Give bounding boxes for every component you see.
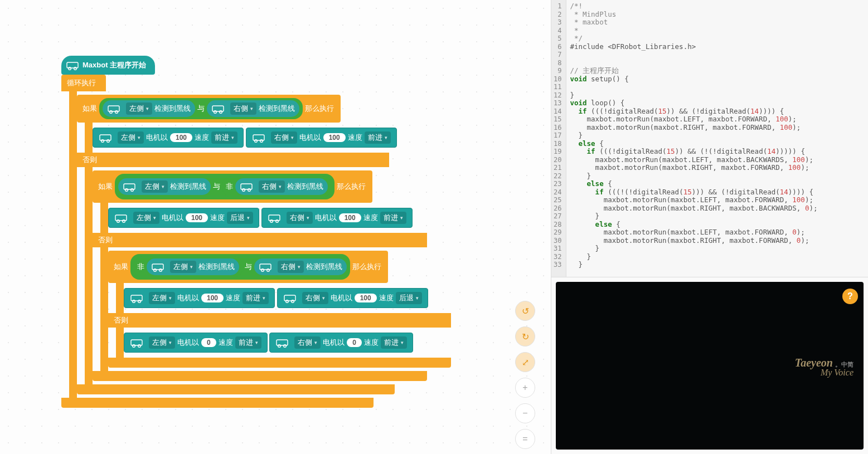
bot-icon xyxy=(107,104,120,114)
loop-label: 循环执行 xyxy=(61,75,106,91)
bool-and-3[interactable]: 非 左侧检测到黑线 与 右侧检测到黑线 xyxy=(130,254,350,280)
side-dd[interactable]: 右侧 xyxy=(259,180,285,193)
svg-rect-3 xyxy=(108,106,119,111)
dir-dd[interactable]: 前进 xyxy=(235,336,261,349)
motor-side-dd[interactable]: 右侧 xyxy=(271,131,297,144)
svg-rect-6 xyxy=(212,106,224,111)
speed-input[interactable]: 0 xyxy=(201,338,216,347)
motor-block[interactable]: 右侧电机以100速度前进 xyxy=(261,208,413,228)
else-label-3: 否则 xyxy=(108,313,451,328)
side-dd[interactable]: 左侧 xyxy=(142,180,168,193)
loop-end xyxy=(61,398,374,408)
bot-icon xyxy=(283,293,297,303)
motor-side-dd[interactable]: 右侧 xyxy=(294,336,321,349)
speed-input[interactable]: 100 xyxy=(201,294,224,302)
svg-rect-36 xyxy=(284,295,295,301)
if3-end xyxy=(108,358,451,368)
crop-button[interactable]: ⤢ xyxy=(515,352,535,372)
dir-dd[interactable]: 前进 xyxy=(380,212,406,224)
speed-input[interactable]: 100 xyxy=(186,213,208,222)
undo-button[interactable]: ↺ xyxy=(515,301,535,321)
code-gutter: 1234567891011121314151617181920212223242… xyxy=(551,0,566,277)
watermark: Taeyeon。中简 My Voice xyxy=(795,357,854,377)
bot-icon xyxy=(259,262,272,272)
sensor-right-2[interactable]: 右侧检测到黑线 xyxy=(235,178,328,195)
bot-icon xyxy=(240,182,253,192)
if-block-2[interactable]: 如果 左侧检测到黑线 与 非 右侧检测到黑线 那么执行 xyxy=(93,170,372,203)
dir-dd[interactable]: 前进 xyxy=(381,336,407,349)
bool-not-3[interactable]: 非 左侧检测到黑线 xyxy=(134,256,243,277)
forever-loop[interactable]: 循环执行 如果 左侧检测到黑线 与 右侧检测到黑线 那么执行 左侧电机以100速… xyxy=(61,75,451,408)
motor-block[interactable]: 左侧电机以100速度前进 xyxy=(93,128,244,148)
else-label-1: 否则 xyxy=(77,153,389,167)
svg-rect-12 xyxy=(253,135,264,140)
speed-input[interactable]: 100 xyxy=(170,133,192,142)
zoom-out-button[interactable]: − xyxy=(515,403,535,423)
motor-side-dd[interactable]: 左侧 xyxy=(133,212,159,224)
motor-block[interactable]: 左侧电机以0速度前进 xyxy=(124,333,268,353)
speed-input[interactable]: 100 xyxy=(323,133,346,142)
bot-icon xyxy=(252,133,265,143)
bot-icon xyxy=(130,338,143,348)
if-block-3[interactable]: 如果 非 左侧检测到黑线 与 右侧检测到黑线 那么执行 xyxy=(108,251,388,283)
dir-dd[interactable]: 后退 xyxy=(396,292,422,304)
sensor-left-1[interactable]: 左侧检测到黑线 xyxy=(103,100,195,117)
side-dd[interactable]: 左侧 xyxy=(170,261,196,273)
dir-dd[interactable]: 后退 xyxy=(227,212,253,224)
bot-icon xyxy=(151,262,164,272)
dir-dd[interactable]: 前进 xyxy=(211,131,237,144)
sensor-left-3[interactable]: 左侧检测到黑线 xyxy=(147,258,239,275)
redo-button[interactable]: ↻ xyxy=(515,326,535,346)
bot-icon xyxy=(211,104,225,114)
help-button[interactable]: ? xyxy=(842,289,858,304)
motor-side-dd[interactable]: 右侧 xyxy=(287,212,313,224)
motor-block[interactable]: 右侧电机以100速度后退 xyxy=(277,288,428,308)
side-dd[interactable]: 左侧 xyxy=(126,102,152,115)
sensor-right-3[interactable]: 右侧检测到黑线 xyxy=(254,258,347,275)
stage-preview: ? Taeyeon。中简 My Voice xyxy=(556,282,864,450)
side-dd[interactable]: 右侧 xyxy=(230,102,256,115)
svg-rect-18 xyxy=(241,184,252,189)
canvas-actions: ↺ ↻ ⤢ + − = xyxy=(515,301,535,449)
blocks-canvas[interactable]: Maxbot 主程序开始 循环执行 如果 左侧检测到黑线 与 右侧检测到黑线 那… xyxy=(0,0,551,454)
hat-label: Maxbot 主程序开始 xyxy=(83,60,146,70)
code-editor[interactable]: /*! * MindPlus * maxbot * */ #include <D… xyxy=(566,0,868,277)
svg-rect-39 xyxy=(131,340,142,345)
if1-end xyxy=(77,384,395,394)
sensor-left-2[interactable]: 左侧检测到黑线 xyxy=(118,178,211,195)
motor-side-dd[interactable]: 左侧 xyxy=(149,336,175,349)
svg-rect-0 xyxy=(67,62,78,68)
dir-dd[interactable]: 前进 xyxy=(365,131,391,144)
recenter-button[interactable]: = xyxy=(515,429,535,449)
svg-rect-15 xyxy=(124,184,135,189)
side-dd[interactable]: 右侧 xyxy=(278,261,304,273)
bot-icon xyxy=(114,213,128,223)
motor-block[interactable]: 左侧电机以100速度前进 xyxy=(124,288,275,308)
sensor-right-1[interactable]: 右侧检测到黑线 xyxy=(207,100,299,117)
zoom-in-button[interactable]: + xyxy=(515,378,535,398)
motor-block[interactable]: 右侧电机以0速度前进 xyxy=(269,333,413,353)
svg-rect-30 xyxy=(260,264,271,270)
svg-rect-24 xyxy=(269,215,280,221)
hat-block[interactable]: Maxbot 主程序开始 xyxy=(61,56,155,75)
bool-and-1[interactable]: 左侧检测到黑线 与 右侧检测到黑线 xyxy=(99,98,303,119)
bool-not-2[interactable]: 非 右侧检测到黑线 xyxy=(222,176,331,197)
dir-dd[interactable]: 前进 xyxy=(243,292,269,304)
svg-rect-33 xyxy=(131,295,142,301)
speed-input[interactable]: 0 xyxy=(347,338,362,347)
motor-side-dd[interactable]: 右侧 xyxy=(302,292,328,304)
svg-rect-21 xyxy=(115,215,127,221)
bot-icon xyxy=(130,293,143,303)
speed-input[interactable]: 100 xyxy=(355,294,377,302)
motor-block[interactable]: 左侧电机以100速度后退 xyxy=(108,208,259,228)
motor-block[interactable]: 右侧电机以100速度前进 xyxy=(246,128,397,148)
motor-side-dd[interactable]: 左侧 xyxy=(118,131,144,144)
bool-and-2[interactable]: 左侧检测到黑线 与 非 右侧检测到黑线 xyxy=(115,174,334,199)
if2-end xyxy=(93,371,427,381)
bot-icon xyxy=(99,133,112,143)
bot-icon xyxy=(123,182,136,192)
if-block-1[interactable]: 如果 左侧检测到黑线 与 右侧检测到黑线 那么执行 xyxy=(77,95,341,123)
speed-input[interactable]: 100 xyxy=(339,213,361,222)
bot-icon xyxy=(275,338,289,348)
motor-side-dd[interactable]: 左侧 xyxy=(149,292,175,304)
